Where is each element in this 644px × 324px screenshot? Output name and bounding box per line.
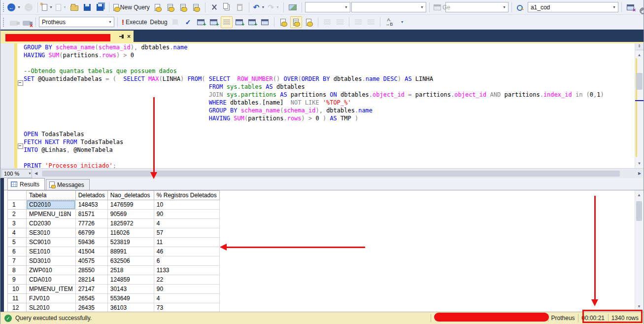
include-actual-plan-button[interactable] bbox=[246, 16, 258, 28]
grid-cell[interactable]: 1133 bbox=[154, 266, 219, 275]
chevron-down-icon[interactable]: ▼ bbox=[342, 2, 350, 12]
grid-cell[interactable]: CDA010 bbox=[27, 275, 76, 285]
open-file-button[interactable] bbox=[68, 1, 80, 13]
grid-cell[interactable]: MPMENU_ITEM bbox=[27, 285, 76, 294]
grid-cell[interactable]: CD2030 bbox=[27, 219, 76, 228]
paste-button[interactable] bbox=[234, 1, 246, 13]
grid-cell[interactable]: 41504 bbox=[75, 247, 107, 256]
grid-cell[interactable]: 30143 bbox=[107, 285, 154, 294]
add-item-button[interactable]: ▼ bbox=[55, 1, 68, 13]
splitter-grip-icon[interactable]: ⇕ bbox=[635, 43, 644, 50]
grid-row-number[interactable]: 7 bbox=[8, 256, 27, 266]
properties-wrench-button[interactable] bbox=[638, 1, 644, 13]
grid-cell[interactable]: SE3010 bbox=[27, 228, 76, 238]
chevron-down-icon[interactable]: ▼ bbox=[28, 172, 32, 175]
tab-results[interactable]: Results bbox=[7, 178, 45, 190]
grid-cell[interactable]: SE1010 bbox=[27, 247, 76, 256]
sqlcmd-mode-button[interactable] bbox=[625, 1, 637, 13]
grid-cell[interactable]: 66799 bbox=[75, 228, 107, 238]
grid-cell[interactable]: 90 bbox=[154, 285, 219, 294]
grid-cell[interactable]: 88991 bbox=[107, 247, 154, 256]
grid-cell[interactable]: 27147 bbox=[75, 285, 107, 294]
hscrollbar-thumb[interactable] bbox=[42, 171, 620, 177]
grid-column-header[interactable]: Nao_deletados bbox=[107, 191, 154, 200]
grid-cell[interactable]: 26545 bbox=[75, 294, 107, 303]
search-input[interactable]: a1_cod bbox=[528, 4, 610, 11]
cut-button[interactable] bbox=[208, 1, 220, 13]
grid-cell[interactable]: 148453 bbox=[75, 200, 107, 210]
grid-cell[interactable]: 40575 bbox=[75, 256, 107, 266]
grid-cell[interactable]: 116026 bbox=[107, 228, 154, 238]
grid-row-number[interactable]: 3 bbox=[8, 219, 27, 228]
grid-cell[interactable]: 28550 bbox=[75, 266, 107, 275]
pin-icon[interactable] bbox=[119, 34, 124, 39]
query-document-tab[interactable]: × bbox=[0, 31, 134, 42]
grid-cell[interactable]: 46 bbox=[154, 247, 219, 256]
editor-zoom-combo[interactable]: 100 %▼ bbox=[1, 169, 32, 178]
execute-button[interactable]: !Execute bbox=[121, 16, 148, 28]
disconnect-button[interactable] bbox=[21, 16, 33, 28]
toolbar-grip[interactable] bbox=[3, 18, 5, 27]
find-objects-button[interactable] bbox=[515, 1, 527, 13]
grid-cell[interactable]: 73 bbox=[154, 303, 219, 313]
uncomment-button[interactable] bbox=[334, 16, 346, 28]
estimated-plan-button[interactable] bbox=[195, 16, 207, 28]
save-button[interactable] bbox=[81, 1, 93, 13]
toolbar-grip[interactable] bbox=[3, 3, 4, 12]
template-parameters-button[interactable] bbox=[234, 16, 245, 28]
grid-cell[interactable]: 4 bbox=[154, 219, 219, 228]
grid-row-number[interactable]: 1 bbox=[8, 200, 27, 210]
toolbar-combo-2[interactable]: ▼ bbox=[351, 2, 426, 12]
query-window-button[interactable] bbox=[208, 16, 220, 28]
editor-vertical-scrollbar[interactable]: ⇕ ▲ ▼ bbox=[635, 43, 644, 168]
grid-cell[interactable]: 1476599 bbox=[107, 200, 154, 210]
grid-cell[interactable]: 26435 bbox=[75, 303, 107, 313]
grid-cell[interactable]: 22 bbox=[154, 275, 219, 285]
grid-column-header[interactable]: % Registros Deletados bbox=[154, 191, 219, 200]
sql-code-editor[interactable]: GROUP BY schema_name(schema_id), dbtable… bbox=[0, 43, 644, 168]
scrollbar-thumb[interactable] bbox=[636, 201, 642, 221]
connect-button[interactable] bbox=[8, 16, 20, 28]
grid-cell[interactable]: 77726 bbox=[75, 219, 107, 228]
grid-row-number[interactable]: 5 bbox=[8, 238, 27, 247]
grid-cell[interactable]: 523819 bbox=[107, 238, 154, 247]
scroll-left-icon[interactable]: ◀ bbox=[32, 171, 40, 176]
grid-cell[interactable]: CD2010 bbox=[27, 200, 76, 210]
grid-cell[interactable]: 81571 bbox=[75, 210, 107, 219]
activity-monitor-button[interactable] bbox=[287, 1, 299, 13]
grid-cell[interactable]: 11 bbox=[154, 238, 219, 247]
navigate-back-button[interactable]: ←▼ bbox=[6, 1, 22, 13]
grid-cell[interactable]: 90 bbox=[154, 210, 219, 219]
grid-column-header[interactable]: Tabela bbox=[27, 191, 76, 200]
client-statistics-button[interactable] bbox=[259, 16, 271, 28]
grid-cell[interactable]: 1825972 bbox=[107, 219, 154, 228]
dmx-query-button[interactable] bbox=[177, 1, 189, 13]
copy-button[interactable] bbox=[221, 1, 233, 13]
decrease-indent-button[interactable] bbox=[352, 16, 364, 28]
editor-horizontal-scrollbar[interactable] bbox=[40, 170, 635, 178]
scroll-right-icon[interactable]: ▶ bbox=[636, 171, 644, 176]
grid-cell[interactable]: 90569 bbox=[107, 210, 154, 219]
results-to-grid-button[interactable] bbox=[290, 16, 302, 28]
grid-row-number[interactable]: 8 bbox=[8, 266, 27, 275]
grid-row-number[interactable]: 11 bbox=[8, 294, 27, 303]
stop-button[interactable] bbox=[169, 16, 181, 28]
grid-cell[interactable]: 553649 bbox=[107, 294, 154, 303]
tab-messages[interactable]: Messages bbox=[46, 179, 90, 190]
grid-row-number[interactable]: 10 bbox=[8, 285, 27, 294]
mdx-query-button[interactable] bbox=[165, 1, 176, 13]
scrollbar-thumb[interactable] bbox=[636, 73, 643, 90]
results-grid[interactable]: TabelaDeletadosNao_deletados% Registros … bbox=[7, 190, 220, 313]
redo-button[interactable]: ↷▼ bbox=[267, 1, 280, 13]
results-pane-toggle-button[interactable] bbox=[221, 16, 233, 28]
grid-corner-cell[interactable] bbox=[8, 191, 27, 200]
grid-cell[interactable]: 28214 bbox=[75, 275, 107, 285]
toolbar-overflow-button[interactable]: ▼ bbox=[396, 16, 408, 28]
grid-cell[interactable]: 10 bbox=[154, 200, 219, 210]
toolbar-combo-1[interactable]: ▼ bbox=[305, 2, 350, 12]
grid-cell[interactable]: 124859 bbox=[107, 275, 154, 285]
grid-cell[interactable]: SL2010 bbox=[27, 303, 76, 313]
comment-button[interactable] bbox=[321, 16, 333, 28]
navigate-forward-button[interactable]: → bbox=[23, 1, 34, 13]
chevron-down-icon[interactable]: ▼ bbox=[501, 2, 508, 12]
